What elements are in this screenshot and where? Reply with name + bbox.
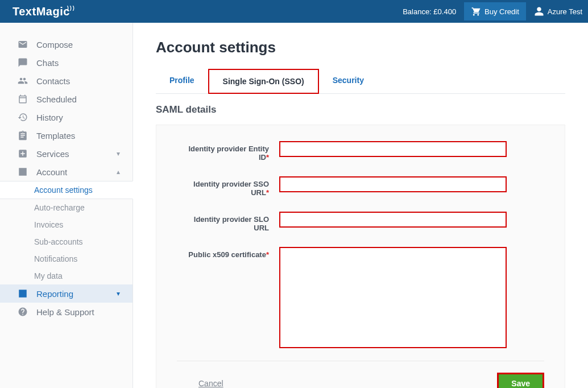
sidebar-item-contacts[interactable]: Contacts	[0, 72, 132, 90]
sidebar-item-label: Account	[36, 167, 67, 177]
sidebar-item-label: Help & Support	[36, 307, 94, 317]
compose-icon	[17, 39, 28, 49]
sidebar-item-reporting[interactable]: Reporting ▾	[0, 284, 132, 303]
subitem-invoices[interactable]: Invoices	[0, 216, 132, 233]
chevron-down-icon: ▾	[117, 290, 120, 298]
subitem-auto-recharge[interactable]: Auto-recharge	[0, 199, 132, 216]
history-icon	[17, 112, 28, 122]
sidebar-item-label: Services	[36, 149, 69, 159]
sidebar: Compose Chats Contacts Scheduled History…	[0, 23, 133, 388]
sso-url-label: Identity provider SSO URL*	[177, 176, 279, 197]
buy-credit-label: Buy Credit	[485, 7, 519, 16]
user-menu[interactable]: Azure Test	[534, 6, 582, 16]
chart-icon	[17, 288, 28, 299]
tab-profile[interactable]: Profile	[156, 69, 208, 93]
user-icon	[534, 6, 544, 16]
main-content: Account settings Profile Single Sign-On …	[133, 23, 588, 388]
help-icon	[17, 307, 28, 317]
contacts-icon	[17, 76, 28, 86]
cert-textarea[interactable]	[279, 247, 507, 348]
tab-sso[interactable]: Single Sign-On (SSO)	[208, 69, 319, 94]
entity-id-input[interactable]	[279, 141, 507, 157]
sidebar-item-scheduled[interactable]: Scheduled	[0, 90, 132, 108]
sidebar-item-label: Chats	[36, 58, 59, 68]
user-name-label: Azure Test	[548, 7, 582, 16]
form-actions: Cancel Save	[177, 361, 544, 388]
sidebar-item-account[interactable]: Account ▴	[0, 163, 132, 181]
slo-url-label: Identity provider SLO URL	[177, 212, 279, 232]
chevron-down-icon: ▾	[117, 150, 120, 158]
page-title: Account settings	[156, 39, 565, 56]
sso-url-input[interactable]	[279, 176, 507, 192]
subitem-my-data[interactable]: My data	[0, 267, 132, 284]
logo: TextMagic)))	[13, 5, 70, 18]
cancel-link[interactable]: Cancel	[198, 379, 223, 388]
slo-url-input[interactable]	[279, 212, 507, 228]
section-heading: SAML details	[156, 104, 565, 115]
sidebar-item-templates[interactable]: Templates	[0, 126, 132, 145]
subitem-notifications[interactable]: Notifications	[0, 250, 132, 267]
top-bar: TextMagic))) Balance: £0.400 Buy Credit …	[0, 0, 588, 23]
sidebar-item-history[interactable]: History	[0, 108, 132, 126]
cart-icon	[471, 6, 481, 16]
account-submenu: Account settings Auto-recharge Invoices …	[0, 181, 132, 284]
plus-box-icon	[17, 148, 28, 159]
clipboard-icon	[17, 130, 28, 141]
balance-text: Balance: £0.400	[403, 7, 456, 16]
sidebar-item-label: Contacts	[36, 76, 70, 86]
chevron-up-icon: ▴	[117, 168, 120, 176]
entity-id-label: Identity provider Entity ID*	[177, 141, 279, 162]
subitem-account-settings[interactable]: Account settings	[0, 181, 133, 199]
save-button[interactable]: Save	[497, 373, 544, 388]
calendar-icon	[17, 94, 28, 104]
tab-security[interactable]: Security	[319, 69, 378, 93]
saml-form: Identity provider Entity ID* Identity pr…	[156, 125, 565, 388]
account-icon	[17, 167, 28, 177]
sidebar-item-label: Templates	[36, 131, 75, 141]
chats-icon	[17, 57, 28, 68]
sidebar-item-label: History	[36, 113, 63, 122]
sidebar-item-label: Compose	[36, 40, 73, 49]
sidebar-item-label: Scheduled	[36, 94, 77, 104]
sidebar-item-chats[interactable]: Chats	[0, 53, 132, 72]
tabs: Profile Single Sign-On (SSO) Security	[156, 69, 565, 94]
sidebar-item-help[interactable]: Help & Support	[0, 303, 132, 321]
sidebar-item-compose[interactable]: Compose	[0, 35, 132, 53]
cert-label: Public x509 certificate*	[177, 247, 279, 259]
buy-credit-button[interactable]: Buy Credit	[464, 2, 526, 20]
subitem-sub-accounts[interactable]: Sub-accounts	[0, 233, 132, 250]
sidebar-item-services[interactable]: Services ▾	[0, 145, 132, 163]
sidebar-item-label: Reporting	[36, 289, 73, 299]
